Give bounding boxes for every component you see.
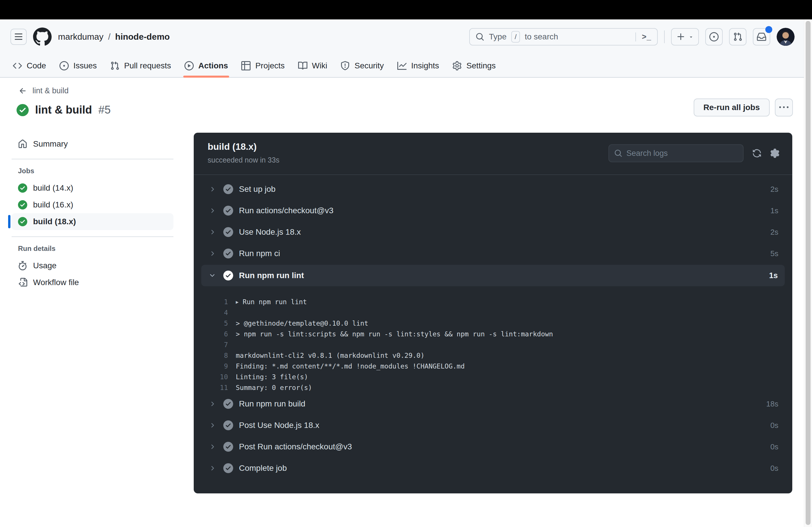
page-title: lint & build (35, 104, 92, 116)
run-number: #5 (98, 104, 111, 116)
step-row[interactable]: Use Node.js 18.x 2s (194, 221, 792, 243)
step-row[interactable]: Run npm run lint 1s (201, 265, 785, 286)
check-circle-icon (223, 227, 233, 237)
log-line: 9 Finding: *.md content/**/*.md !node_mo… (194, 361, 778, 372)
log-line-number: 4 (194, 307, 228, 318)
step-name: Run npm run build (239, 399, 305, 408)
page-scrollbar[interactable] (804, 19, 812, 527)
log-line-text: Summary: 0 error(s) (236, 382, 312, 393)
sidebar-item-workflow-file[interactable]: Workflow file (12, 274, 173, 291)
log-search-input[interactable] (626, 149, 738, 158)
step-row[interactable]: Complete job 0s (194, 457, 792, 479)
log-line: 4 (194, 307, 778, 318)
log-line-number: 6 (194, 329, 228, 340)
tab-wiki[interactable]: Wiki (293, 54, 333, 77)
step-row[interactable]: Run npm ci 5s (194, 243, 792, 264)
chevron-right-icon (209, 422, 216, 429)
create-new-button[interactable] (671, 28, 699, 45)
tab-security[interactable]: Security (335, 54, 389, 77)
log-line-number: 1 (194, 297, 228, 307)
kebab-horizontal-icon (779, 103, 788, 112)
global-search-input[interactable]: Type / to search >_ (469, 28, 658, 45)
issues-button[interactable] (705, 28, 723, 45)
step-name: Post Use Node.js 18.x (239, 421, 319, 430)
tab-projects[interactable]: Projects (236, 54, 290, 77)
log-output: 1 ▶ Run npm run lint 4 5 > @gethinode/te… (194, 287, 792, 393)
breadcrumb-owner[interactable]: markdumay (58, 32, 103, 42)
sidebar-item-label: Usage (33, 261, 57, 270)
sidebar-job-build-18x[interactable]: build (18.x) (12, 213, 173, 230)
chevron-right-icon (209, 186, 216, 193)
step-group-top: Set up job 2s Run actions/checkout@v3 1s… (194, 179, 792, 264)
run-sidebar: Summary Jobs build (14.x) build (16.x) b… (12, 136, 173, 291)
three-bars-icon (14, 32, 23, 41)
chevron-right-icon (209, 465, 216, 472)
command-palette-icon[interactable]: >_ (635, 32, 651, 42)
rerun-all-jobs-button[interactable]: Re-run all jobs (694, 99, 770, 117)
step-name: Set up job (239, 184, 276, 194)
issue-opened-icon (709, 32, 719, 42)
github-logo-icon[interactable] (33, 28, 52, 46)
log-line-text: Run npm run lint (243, 297, 307, 307)
step-row[interactable]: Post Run actions/checkout@v3 0s (194, 436, 792, 457)
chevron-right-icon (209, 250, 216, 257)
log-group-marker[interactable]: ▶ (236, 297, 239, 307)
play-icon (185, 61, 194, 71)
search-placeholder-suffix: to search (525, 32, 558, 42)
check-circle-icon (223, 206, 233, 215)
arrow-left-icon (18, 87, 27, 95)
sidebar-item-label: Workflow file (33, 278, 79, 287)
check-circle-icon (223, 442, 233, 452)
avatar[interactable] (777, 28, 795, 46)
chevron-right-icon (209, 443, 216, 450)
sidebar-item-usage[interactable]: Usage (12, 257, 173, 274)
log-line-number: 11 (194, 382, 228, 393)
sidebar-job-label: build (14.x) (33, 183, 73, 193)
github-header: markdumay / hinode-demo Type / to search… (0, 19, 812, 78)
book-icon (298, 61, 307, 71)
tab-code[interactable]: Code (8, 54, 51, 77)
log-settings-button[interactable] (770, 149, 780, 158)
triangle-down-icon (688, 34, 694, 40)
tab-insights[interactable]: Insights (392, 54, 445, 77)
check-circle-icon (16, 104, 29, 116)
step-row[interactable]: Post Use Node.js 18.x 0s (194, 415, 792, 436)
search-icon (614, 149, 622, 157)
step-row[interactable]: Run actions/checkout@v3 1s (194, 200, 792, 221)
step-name: Complete job (239, 464, 287, 473)
tab-settings[interactable]: Settings (447, 54, 501, 77)
sidebar-job-build-16x[interactable]: build (16.x) (12, 196, 173, 213)
graph-icon (397, 61, 407, 71)
back-link[interactable]: lint & build (18, 86, 69, 95)
hamburger-menu-button[interactable] (11, 29, 27, 45)
chevron-right-icon (209, 401, 216, 407)
refresh-logs-button[interactable] (752, 149, 762, 158)
log-line-number: 7 (194, 340, 228, 350)
scrollbar-thumb[interactable] (806, 21, 811, 525)
step-duration: 1s (769, 271, 778, 280)
git-pull-request-icon (110, 61, 119, 71)
chevron-right-icon (209, 207, 216, 214)
log-line: 6 > npm run -s lint:scripts && npm run -… (194, 329, 778, 340)
step-group-expanded: Run npm run lint 1s (194, 265, 792, 286)
git-pull-request-icon (733, 32, 742, 42)
tab-label: Security (354, 61, 384, 71)
step-duration: 0s (770, 464, 778, 473)
header-divider (664, 30, 665, 43)
tab-actions[interactable]: Actions (179, 54, 233, 77)
sidebar-item-summary[interactable]: Summary (12, 136, 173, 152)
step-name: Run npm ci (239, 249, 280, 258)
tab-pull-requests[interactable]: Pull requests (105, 54, 176, 77)
breadcrumb-repo[interactable]: hinode-demo (115, 32, 170, 42)
sidebar-job-build-14x[interactable]: build (14.x) (12, 180, 173, 196)
tab-issues[interactable]: Issues (54, 54, 102, 77)
kebab-menu-button[interactable] (775, 99, 793, 117)
slash-key-hint: / (511, 31, 520, 43)
tab-label: Code (27, 61, 46, 71)
inbox-button[interactable] (753, 28, 770, 45)
step-group-bottom: Run npm run build 18s Post Use Node.js 1… (194, 393, 792, 479)
plus-icon (676, 32, 685, 42)
pull-requests-button[interactable] (729, 28, 746, 45)
step-row[interactable]: Set up job 2s (194, 179, 792, 200)
step-row[interactable]: Run npm run build 18s (194, 393, 792, 415)
